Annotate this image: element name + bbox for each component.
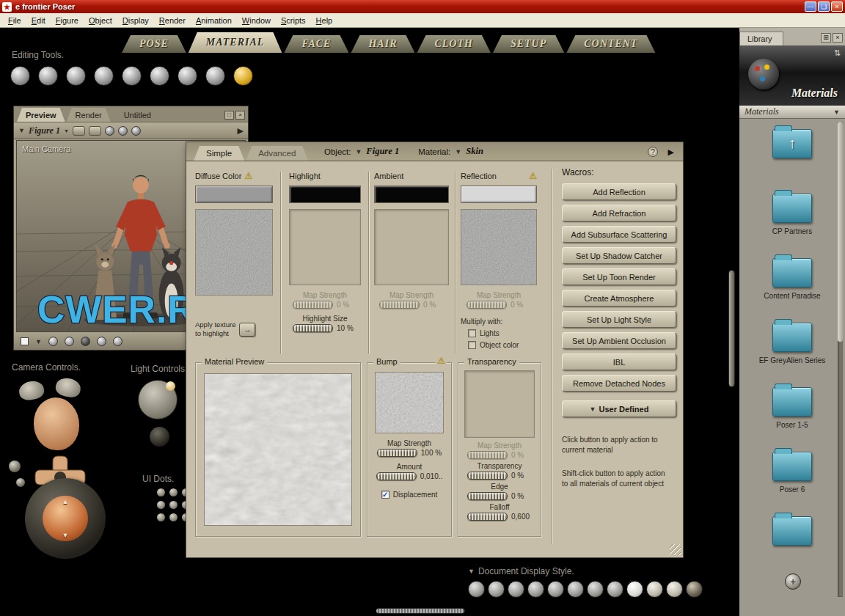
swap-panel-icon[interactable]: ⇅ bbox=[834, 48, 841, 58]
falloff-dial[interactable] bbox=[467, 513, 508, 521]
room-tab[interactable]: SETUP bbox=[493, 35, 564, 53]
editing-tool-icon[interactable] bbox=[178, 66, 197, 86]
editing-tool-icon[interactable] bbox=[66, 66, 86, 86]
viewport-option-ball[interactable] bbox=[113, 337, 122, 346]
room-tab[interactable]: CLOTH bbox=[417, 35, 490, 53]
background-color-swatch[interactable] bbox=[21, 337, 29, 345]
reflection-color-swatch[interactable] bbox=[461, 186, 537, 203]
menu-item[interactable]: Animation bbox=[191, 15, 237, 26]
editing-tool-icon[interactable] bbox=[150, 66, 169, 86]
map-strength-dial[interactable] bbox=[293, 301, 333, 309]
horizontal-scroll-dial[interactable] bbox=[376, 608, 465, 614]
room-tab[interactable]: POSE bbox=[122, 35, 186, 53]
panel-resize-grip[interactable] bbox=[670, 544, 681, 555]
display-style-icon[interactable] bbox=[567, 581, 584, 598]
view-ball-icon[interactable] bbox=[131, 126, 141, 136]
menu-item[interactable]: Display bbox=[117, 15, 154, 26]
ui-dot[interactable] bbox=[169, 513, 178, 521]
divider-drag-handle[interactable] bbox=[728, 270, 735, 387]
wacro-button[interactable]: Add Subsurface Scattering bbox=[562, 226, 676, 243]
edge-dial[interactable] bbox=[467, 492, 508, 500]
library-close-icon[interactable]: × bbox=[833, 33, 843, 43]
object-dropdown-icon[interactable]: ▼ bbox=[355, 148, 362, 155]
diffuse-texture-preview[interactable] bbox=[195, 209, 273, 296]
materials-category-icon[interactable] bbox=[748, 59, 779, 89]
ui-dot[interactable] bbox=[169, 501, 178, 509]
material-panel-tab[interactable]: Simple bbox=[194, 146, 244, 161]
add-button[interactable]: + bbox=[785, 573, 801, 590]
display-style-icon[interactable] bbox=[587, 581, 604, 598]
viewport-option-ball[interactable] bbox=[81, 337, 90, 346]
map-strength-dial[interactable] bbox=[467, 451, 508, 459]
editing-tool-icon[interactable] bbox=[38, 66, 58, 86]
editing-tool-icon[interactable] bbox=[205, 66, 225, 86]
maximize-button[interactable]: ❏ bbox=[818, 1, 830, 12]
ui-dot[interactable] bbox=[157, 501, 165, 509]
camera-ball-icon[interactable] bbox=[9, 461, 21, 472]
material-dropdown-icon[interactable]: ▼ bbox=[455, 148, 461, 155]
menu-item[interactable]: Edit bbox=[26, 15, 51, 26]
menu-item[interactable]: Render bbox=[154, 15, 191, 26]
camera-ball-icon[interactable] bbox=[16, 478, 25, 487]
view-ball-icon[interactable] bbox=[105, 126, 114, 136]
wacro-button[interactable]: Remove Detached Nodes bbox=[562, 375, 676, 392]
ambient-color-swatch[interactable] bbox=[374, 186, 449, 203]
wacro-button[interactable]: Set Up Toon Render bbox=[562, 268, 676, 285]
library-dock-icon[interactable]: ⊞ bbox=[821, 33, 831, 43]
light-indicator-icon[interactable] bbox=[166, 381, 175, 391]
camera-hand-icon[interactable] bbox=[18, 379, 45, 402]
display-style-icon[interactable] bbox=[547, 581, 564, 598]
wacro-button[interactable]: Set Up Ambient Occlusion bbox=[562, 332, 676, 349]
editing-tool-icon[interactable] bbox=[94, 66, 114, 86]
preview-tab[interactable]: Preview bbox=[17, 108, 65, 122]
highlight-color-swatch[interactable] bbox=[289, 186, 361, 203]
library-scrollbar[interactable] bbox=[838, 122, 843, 597]
viewport-option-ball[interactable] bbox=[48, 337, 58, 346]
apply-texture-button[interactable]: → bbox=[239, 323, 255, 337]
camera-trackball[interactable]: ▲ ▼ bbox=[25, 478, 106, 559]
view-ball-icon[interactable] bbox=[118, 126, 128, 136]
material-value[interactable]: Skin bbox=[466, 146, 483, 157]
minimize-button[interactable]: — bbox=[805, 1, 816, 12]
wacro-button[interactable]: IBL bbox=[562, 353, 676, 370]
transparency-dial[interactable] bbox=[467, 472, 508, 480]
help-icon[interactable]: ? bbox=[648, 147, 658, 157]
frame-tool-icon[interactable] bbox=[73, 126, 85, 136]
menu-item[interactable]: Object bbox=[84, 15, 117, 26]
display-style-icon[interactable] bbox=[646, 581, 663, 598]
room-tab[interactable]: MATERIAL bbox=[189, 32, 282, 53]
highlight-size-dial[interactable] bbox=[293, 324, 333, 332]
checkbox[interactable] bbox=[468, 341, 476, 349]
room-tab[interactable]: CONTENT bbox=[566, 35, 655, 53]
display-style-icon[interactable] bbox=[666, 581, 683, 598]
library-folder[interactable]: ↑ bbox=[739, 516, 845, 563]
object-value[interactable]: Figure 1 bbox=[366, 146, 399, 157]
amount-dial[interactable] bbox=[376, 472, 417, 480]
wacro-button[interactable]: Add Refraction bbox=[562, 205, 676, 221]
toolbar-next-icon[interactable]: ▶ bbox=[238, 126, 244, 136]
menu-item[interactable]: File bbox=[3, 15, 26, 26]
user-defined-button[interactable]: ▼ User Defined bbox=[562, 400, 676, 417]
display-style-icon[interactable] bbox=[607, 581, 623, 598]
light-ball-icon[interactable] bbox=[150, 427, 169, 447]
ambient-texture-preview[interactable] bbox=[374, 209, 449, 285]
viewport-option-ball[interactable] bbox=[97, 337, 106, 346]
room-tab[interactable]: HAIR bbox=[351, 35, 414, 53]
editing-tool-icon[interactable] bbox=[10, 66, 30, 86]
menu-item[interactable]: Window bbox=[237, 15, 276, 26]
displacement-checkbox[interactable]: ✓ bbox=[381, 491, 389, 499]
map-strength-dial[interactable] bbox=[379, 301, 420, 309]
transparency-texture-preview[interactable] bbox=[464, 370, 535, 438]
camera-trackball-sphere[interactable]: ▲ ▼ bbox=[43, 496, 88, 541]
figure-dropdown-icon[interactable]: ▼ bbox=[18, 127, 25, 134]
library-folder[interactable]: ↑ Poser 1-5 bbox=[739, 387, 845, 452]
close-button[interactable]: × bbox=[831, 1, 843, 12]
display-style-icon[interactable] bbox=[686, 581, 703, 598]
preview-restore-icon[interactable]: □ bbox=[224, 111, 234, 120]
ui-dot[interactable] bbox=[157, 513, 165, 521]
library-folder[interactable]: ↑ CP Partners bbox=[739, 194, 845, 258]
scrollbar-thumb[interactable] bbox=[838, 122, 843, 342]
bump-texture-preview[interactable] bbox=[375, 372, 444, 433]
room-tab[interactable]: FACE bbox=[284, 35, 348, 53]
library-folder[interactable]: ↑ EF GreyAlien Series bbox=[739, 323, 845, 387]
